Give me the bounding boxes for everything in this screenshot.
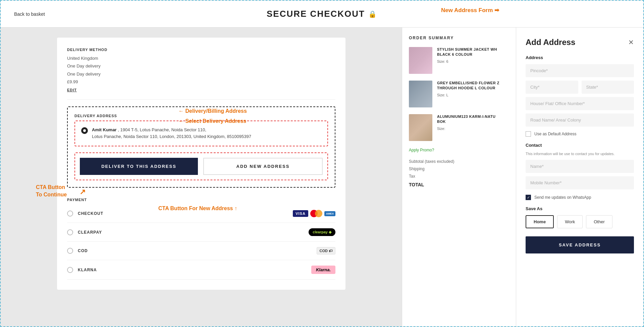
order-item-img-1: [409, 47, 432, 74]
city-state-row: [526, 81, 634, 94]
delivery-method-section: DELIVERY METHOD United Kingdom One Day d…: [67, 48, 335, 93]
tax-row: Tax: [409, 174, 509, 179]
order-item-name-3: ALUMUNIUM123 KARM-I-NATUBOK: [437, 114, 509, 125]
checkout-label: CHECKOUT: [78, 211, 103, 216]
order-item-img-2: [409, 81, 432, 107]
total-label: TOTAL: [409, 182, 424, 187]
order-item-size-3: Size:: [437, 127, 509, 131]
save-as-other-button[interactable]: Other: [586, 215, 612, 228]
delivery-price: £9.99: [67, 78, 335, 86]
add-address-panel: Add Address ✕ Address Use as Default Add…: [516, 28, 643, 327]
subtotal-row: Subtotal (taxes excluded): [409, 159, 509, 164]
mastercard-icon: [310, 210, 322, 217]
klarna-label: KLARNA: [78, 268, 97, 272]
shipping-label: Shipping: [409, 167, 425, 171]
order-item-3: ALUMUNIUM123 KARM-I-NATUBOK Size:: [409, 114, 509, 141]
header: Back to basket SECURE CHECKOUT 🔒: [1, 1, 643, 28]
clearpay-label: CLEARPAY: [78, 230, 102, 235]
road-input[interactable]: [526, 113, 634, 127]
delivery-method-info: United Kingdom One Day delivery One Day …: [67, 54, 335, 86]
order-item-name-2: GREY EMBELLISHED FLOWER ZTHROUGH HOODIE …: [437, 81, 509, 91]
whatsapp-checkbox[interactable]: [526, 195, 531, 200]
payment-clearpay-left: CLEARPAY: [67, 229, 102, 235]
shipping-row: Shipping: [409, 167, 509, 171]
whatsapp-row: Send me updates on WhatsApp: [526, 195, 634, 200]
address-name: Amit Kumar: [92, 127, 117, 132]
mobile-input[interactable]: [526, 176, 634, 189]
delivery-line1: One Day delivery: [67, 62, 335, 70]
payment-klarna-left: KLARNA: [67, 267, 97, 273]
tax-label: Tax: [409, 174, 415, 179]
save-as-buttons: Home Work Other: [526, 215, 634, 228]
house-input[interactable]: [526, 97, 634, 110]
default-address-row: Use as Default Address: [526, 131, 634, 137]
secure-checkout-label: SECURE CHECKOUT: [267, 9, 365, 19]
save-address-button[interactable]: SAVE ADDRESS: [526, 236, 634, 253]
deliver-to-address-button[interactable]: DELIVER TO THIS ADDRESS: [80, 158, 198, 175]
panel-title: Add Address: [526, 38, 575, 47]
checkout-area: DELIVERY METHOD United Kingdom One Day d…: [1, 28, 402, 327]
name-input[interactable]: [526, 160, 634, 173]
save-as-work-button[interactable]: Work: [557, 215, 583, 228]
payment-clearpay[interactable]: CLEARPAY clearpay ◈: [67, 223, 335, 242]
delivery-address-box: DELIVERY ADDRESS Amit Kumar , 1904 T-5, …: [67, 106, 335, 188]
clearpay-radio[interactable]: [67, 229, 73, 235]
klarna-icons: Klarna.: [311, 266, 335, 274]
cod-label: COD: [78, 248, 88, 253]
order-item-1: STYLISH SUMMER JACKET WHBLACK 6 COLOUR S…: [409, 47, 509, 74]
delivery-address-label: DELIVERY ADDRESS: [74, 114, 328, 118]
payment-label: PAYMENT: [67, 198, 335, 202]
address-separator: ,: [118, 127, 120, 132]
save-as-label: Save As: [526, 206, 634, 211]
payment-klarna[interactable]: KLARNA Klarna.: [67, 260, 335, 280]
main-content: DELIVERY METHOD United Kingdom One Day d…: [1, 28, 643, 327]
whatsapp-label: Send me updates on WhatsApp: [534, 195, 591, 200]
contact-section: Contact This information will be use to …: [526, 143, 634, 200]
klarna-icon: Klarna.: [311, 266, 335, 274]
cod-radio[interactable]: [67, 248, 73, 254]
pincode-input[interactable]: [526, 64, 634, 77]
order-summary-title: ORDER SUMMARY: [409, 36, 509, 40]
contact-note: This information will be use to contact …: [526, 152, 634, 156]
address-section-label: Address: [526, 55, 634, 60]
clearpay-icon: clearpay ◈: [309, 228, 335, 236]
promo-link[interactable]: Apply Promo?: [409, 148, 509, 152]
address-line2: Lotus Panache, Noida Sector 110, London,…: [92, 134, 251, 139]
payment-cod-left: COD: [67, 248, 88, 254]
city-input[interactable]: [526, 81, 578, 94]
back-to-basket[interactable]: Back to basket: [14, 11, 45, 17]
save-as-home-button[interactable]: Home: [526, 215, 554, 228]
payment-checkout[interactable]: CHECKOUT VISA AMEX: [67, 204, 335, 223]
clearpay-icons: clearpay ◈: [309, 228, 335, 236]
order-item-name-1: STYLISH SUMMER JACKET WHBLACK 6 COLOUR: [437, 47, 509, 57]
checkout-card: DELIVERY METHOD United Kingdom One Day d…: [57, 38, 345, 290]
header-title: SECURE CHECKOUT 🔒: [267, 9, 377, 19]
visa-icon: VISA: [293, 210, 308, 217]
order-item-2: GREY EMBELLISHED FLOWER ZTHROUGH HOODIE …: [409, 81, 509, 107]
default-address-label: Use as Default Address: [534, 132, 576, 136]
klarna-radio[interactable]: [67, 267, 73, 273]
order-item-size-1: Size: 6: [437, 59, 509, 63]
checkout-icons: VISA AMEX: [293, 210, 335, 217]
default-address-checkbox[interactable]: [526, 131, 531, 137]
order-item-size-2: Size: L: [437, 93, 509, 97]
payment-checkout-left: CHECKOUT: [67, 211, 103, 217]
cod-icon: COD 🏷: [317, 247, 336, 254]
delivery-method-label: DELIVERY METHOD: [67, 48, 335, 52]
address-line1: 1904 T-5, Lotus Panache, Noida Sector 11…: [120, 127, 206, 132]
divider-1: [67, 99, 335, 100]
checkout-radio[interactable]: [67, 211, 73, 217]
address-text: Amit Kumar , 1904 T-5, Lotus Panache, No…: [92, 127, 251, 141]
order-item-info-2: GREY EMBELLISHED FLOWER ZTHROUGH HOODIE …: [437, 81, 509, 107]
address-row[interactable]: Amit Kumar , 1904 T-5, Lotus Panache, No…: [74, 121, 328, 147]
amex-icon: AMEX: [324, 211, 335, 216]
edit-delivery-link[interactable]: EDIT: [67, 88, 77, 92]
payment-cod[interactable]: COD COD 🏷: [67, 242, 335, 260]
add-new-address-button[interactable]: ADD NEW ADDRESS: [203, 158, 323, 175]
order-summary-panel: ORDER SUMMARY STYLISH SUMMER JACKET WHBL…: [402, 28, 516, 327]
lock-icon: 🔒: [368, 10, 377, 18]
state-input[interactable]: [582, 81, 634, 94]
address-radio-selected[interactable]: [81, 127, 88, 134]
order-item-info-3: ALUMUNIUM123 KARM-I-NATUBOK Size:: [437, 114, 509, 141]
close-panel-button[interactable]: ✕: [628, 38, 634, 46]
